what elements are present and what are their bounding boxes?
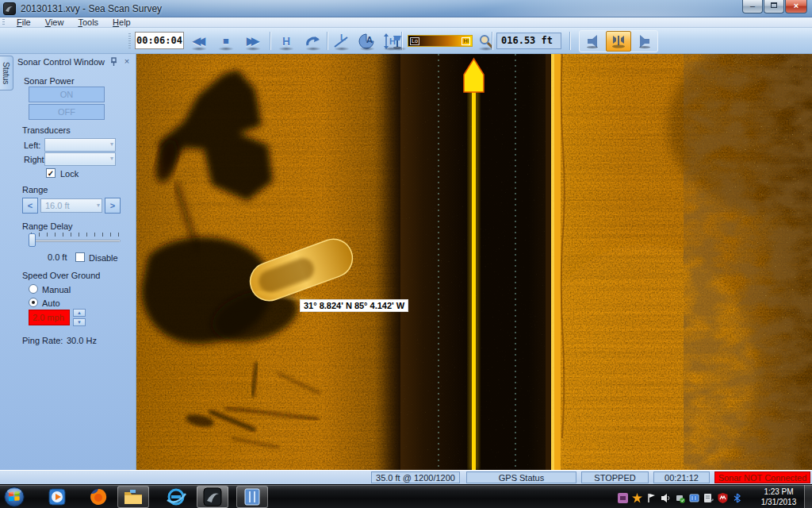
ping-rate-value: 30.0 Hz — [67, 336, 97, 345]
range-combo[interactable]: 16.0 ft ▾ — [40, 198, 102, 213]
start-button[interactable] — [4, 487, 25, 507]
intensity-gradient-bar[interactable]: Lo Hi — [408, 35, 473, 47]
toolbar-separator — [270, 32, 271, 50]
titlebar[interactable]: 20130131.xvy - Sea Scan Survey – × — [0, 0, 812, 17]
window-title: 20130131.xvy - Sea Scan Survey — [21, 3, 162, 14]
folder-icon — [123, 488, 144, 506]
manual-radio[interactable] — [29, 284, 38, 294]
starboard-channel-button[interactable] — [632, 31, 657, 52]
disable-checkbox[interactable] — [75, 252, 85, 262]
minimize-button[interactable]: – — [742, 0, 763, 13]
close-panel-button[interactable]: × — [122, 56, 132, 66]
toolbar-separator — [569, 32, 571, 50]
auto-gain-button[interactable]: A — [355, 30, 379, 52]
auto-label: Auto — [42, 298, 60, 308]
lock-label: Lock — [60, 169, 79, 179]
chevron-down-icon: ▾ — [110, 155, 113, 162]
chevron-down-icon: ▾ — [110, 140, 113, 148]
logbook-icon — [243, 487, 262, 506]
range-increase-button[interactable]: > — [105, 198, 121, 214]
tray-action-center-icon[interactable] — [645, 492, 657, 503]
rewind-icon: ◀◀ — [193, 35, 205, 47]
menu-view[interactable]: View — [38, 17, 71, 28]
menu-file[interactable]: File — [10, 17, 38, 28]
pin-panel-button[interactable] — [109, 57, 119, 67]
status-connection-panel: Sonar NOT Connected — [714, 471, 810, 483]
layback-button[interactable]: L — [330, 30, 354, 52]
speed-field[interactable]: 2.0 mph — [29, 310, 70, 325]
system-tray — [611, 485, 753, 508]
sea-scan-icon — [202, 487, 223, 506]
speed-down-button[interactable]: ▼ — [73, 318, 86, 326]
range-label: Range — [22, 185, 48, 194]
tray-update-icon[interactable] — [631, 492, 642, 503]
range-value: 16.0 ft — [45, 201, 70, 210]
return-home-button[interactable]: H — [274, 30, 298, 52]
left-transducer-combo[interactable]: ▾ — [44, 138, 116, 152]
status-tab[interactable]: Status — [0, 56, 13, 90]
right-transducer-combo[interactable]: ▾ — [44, 152, 116, 166]
disable-label: Disable — [89, 253, 118, 263]
starboard-speaker-icon — [637, 34, 653, 48]
status-state-panel: STOPPED — [581, 471, 649, 483]
toolbar: 00:06:04 ◀◀ ■ ▶▶ H L A H Lo Hi — [0, 28, 812, 54]
altitude-display: 016.53 ft — [496, 33, 561, 49]
transducers-label: Transducers — [22, 125, 71, 135]
close-button[interactable]: × — [785, 0, 807, 13]
range-delay-slider-track[interactable] — [29, 240, 121, 242]
range-delay-value: 0.0 ft — [48, 252, 67, 262]
lock-checkbox[interactable]: ✓ — [46, 168, 56, 178]
menu-help[interactable]: Help — [105, 17, 138, 28]
taskbar-firefox[interactable] — [82, 486, 114, 508]
home-h-icon: H — [282, 35, 290, 48]
status-depth-panel: 35.0 ft @ 1200/1200 — [371, 471, 460, 483]
range-delay-label: Range Delay — [22, 221, 73, 231]
panel-title: Sonar Control Window — [17, 57, 105, 67]
main-area: Status Sonar Control Window × Sonar Powe… — [0, 54, 812, 470]
taskbar-logbook[interactable] — [236, 486, 268, 508]
manual-label: Manual — [42, 285, 71, 294]
both-channels-button[interactable] — [606, 31, 631, 52]
gps-coordinates-tooltip: 31° 8.824' N 85° 4.142' W — [300, 299, 408, 312]
range-delay-slider-thumb[interactable] — [29, 233, 36, 247]
sonar-off-button[interactable]: OFF — [29, 104, 105, 120]
tray-volume-icon[interactable] — [660, 492, 671, 503]
sonar-waterfall-display[interactable]: 31° 8.824' N 85° 4.142' W — [136, 54, 812, 470]
speed-up-button[interactable]: ▲ — [73, 309, 86, 317]
port-speaker-icon — [584, 34, 600, 48]
stop-button[interactable]: ■ — [214, 30, 238, 52]
taskbar: 1:23 PM 1/31/2013 — [0, 484, 812, 508]
tray-bluetooth-icon[interactable] — [731, 492, 742, 503]
auto-radio[interactable] — [29, 298, 38, 307]
port-channel-button[interactable] — [580, 31, 605, 52]
toolbar-separator — [492, 32, 493, 50]
svg-text:L: L — [340, 33, 346, 42]
sog-label: Speed Over Ground — [22, 271, 100, 280]
redo-button[interactable] — [301, 30, 325, 52]
show-desktop-button[interactable] — [804, 485, 812, 508]
sonar-on-button[interactable]: ON — [29, 87, 105, 102]
marker-pin-button[interactable] — [387, 30, 408, 52]
rewind-button[interactable]: ◀◀ — [187, 30, 211, 52]
taskbar-media-player[interactable] — [41, 486, 73, 508]
restore-button[interactable] — [764, 0, 784, 13]
taskbar-internet-explorer[interactable] — [160, 486, 192, 508]
menu-tools[interactable]: Tools — [71, 17, 105, 28]
tray-antivirus-icon[interactable] — [717, 492, 728, 503]
tray-tasks-icon[interactable] — [703, 492, 714, 503]
tray-app-icon[interactable] — [617, 492, 628, 503]
ping-rate-label: Ping Rate: — [22, 336, 63, 345]
range-decrease-button[interactable]: < — [22, 198, 38, 214]
magnify-button[interactable] — [474, 30, 498, 52]
media-player-icon — [48, 487, 67, 506]
taskbar-clock[interactable]: 1:23 PM 1/31/2013 — [755, 487, 802, 507]
svg-text:A: A — [366, 35, 373, 44]
taskbar-explorer[interactable] — [117, 486, 149, 508]
taskbar-sea-scan[interactable] — [197, 486, 228, 508]
tray-display-icon[interactable] — [688, 492, 699, 503]
fast-forward-button[interactable]: ▶▶ — [241, 30, 265, 52]
tray-usb-icon[interactable] — [674, 492, 685, 503]
toolbar-separator — [327, 32, 328, 50]
pin-icon — [109, 57, 118, 67]
fast-forward-icon: ▶▶ — [247, 35, 259, 47]
